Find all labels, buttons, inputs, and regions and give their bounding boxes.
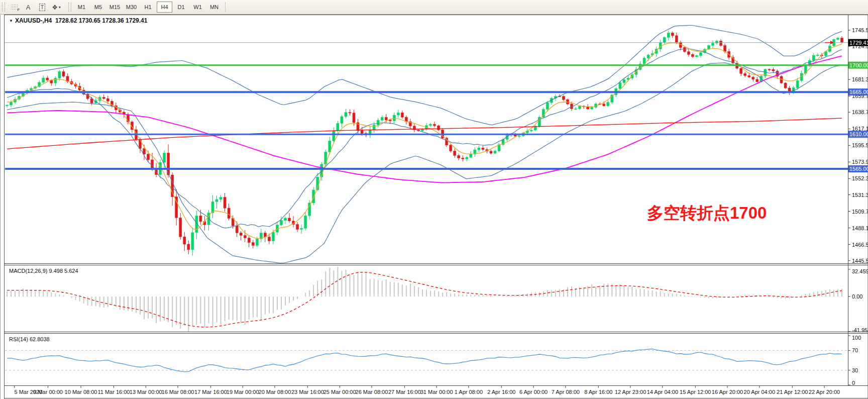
price-badge-label: 1665.00 <box>849 89 868 95</box>
timeframe-button-group: M1M5M15M30H1H4D1W1MN <box>73 2 223 13</box>
candle <box>191 233 194 250</box>
candle <box>816 55 819 55</box>
candle <box>740 68 742 73</box>
time-axis-label: 13 Mar 00:00 <box>130 389 162 395</box>
rsi-axis-label: 70 <box>852 347 858 353</box>
time-axis-label: 20 Mar 08:00 <box>259 389 291 395</box>
candle <box>248 238 250 243</box>
candle <box>695 56 698 57</box>
candle <box>288 218 291 221</box>
candle <box>42 78 45 82</box>
candle <box>712 43 714 46</box>
candle <box>772 69 775 71</box>
timeframe-button-D1[interactable]: D1 <box>173 2 189 13</box>
candle <box>663 37 666 42</box>
candle <box>147 154 150 160</box>
candle <box>720 41 722 45</box>
time-axis-label: 10 Mar 08:00 <box>65 389 97 395</box>
macd-indicator-label: MACD(12,26,9) 9.498 5.624 <box>9 268 78 274</box>
candle <box>337 123 339 131</box>
toolbar-drag-handle[interactable] <box>2 3 5 12</box>
price-tick-label: 1466.50 <box>852 242 868 248</box>
time-axis-label: 15 Apr 12:00 <box>680 389 711 395</box>
candle <box>575 109 577 109</box>
candle <box>272 232 274 241</box>
time-axis-label: 20 Apr 04:00 <box>744 389 775 395</box>
candle <box>106 98 109 101</box>
chart-annotation-text[interactable]: 多空转折点1700 <box>647 202 767 225</box>
candle <box>687 52 690 55</box>
candle <box>215 200 218 202</box>
time-axis-label: 8 Apr 16:00 <box>584 389 612 395</box>
ohlc-values: 1728.62 1730.65 1728.36 1729.41 <box>55 17 148 24</box>
time-axis-label: 16 Mar 08:00 <box>162 389 194 395</box>
text-label-icon[interactable]: T <box>36 2 48 13</box>
timeframe-button-H4[interactable]: H4 <box>157 2 172 13</box>
chart-title[interactable]: ▼XAUUSD-,H4 1728.62 1730.65 1728.36 1729… <box>9 17 147 24</box>
timeframe-button-M15[interactable]: M15 <box>107 2 123 13</box>
price-tick-label: 1745.50 <box>852 27 868 33</box>
timeframe-button-M5[interactable]: M5 <box>90 2 106 13</box>
time-axis-label: 31 Mar 00:00 <box>420 389 453 395</box>
candle <box>494 151 496 153</box>
candle <box>752 77 754 79</box>
macd-axis-label: 0.00 <box>852 293 862 300</box>
candle <box>619 82 621 88</box>
candle <box>699 53 702 56</box>
grid-dots-icon: F <box>11 4 18 11</box>
time-axis-label: 9 Mar 00:00 <box>33 389 63 395</box>
candle <box>530 130 532 131</box>
candle <box>458 155 460 158</box>
timeframe-button-H1[interactable]: H1 <box>140 2 156 13</box>
arrow-tools-icon[interactable]: ❖▾ <box>50 2 62 13</box>
candle <box>102 97 105 99</box>
toolbar-drag-handle[interactable] <box>68 3 71 12</box>
timeframe-button-M30[interactable]: M30 <box>124 2 139 13</box>
time-axis-label: 17 Mar 16:00 <box>194 389 227 395</box>
time-axis-label: 12 Apr 23:00 <box>615 389 646 395</box>
text-a-icon[interactable]: A <box>22 2 34 13</box>
price-tick-label: 1509.70 <box>852 209 868 215</box>
rsi-indicator-label: RSI(14) 62.8038 <box>9 336 50 342</box>
rsi-axis-label: 30 <box>852 367 858 373</box>
candle <box>6 105 9 106</box>
candle <box>840 38 843 43</box>
candle <box>171 175 174 197</box>
candle <box>683 48 686 52</box>
fibonacci-grid-icon[interactable]: F <box>8 2 20 13</box>
candle <box>623 79 625 82</box>
time-axis-label: 23 Mar 16:00 <box>291 389 324 395</box>
candle <box>308 203 311 216</box>
candle <box>163 153 166 163</box>
price-badge-label: 1565.00 <box>849 166 868 172</box>
candle <box>377 120 379 125</box>
candle <box>546 103 549 109</box>
candle <box>304 216 307 228</box>
macd-axis-label: 32.459 <box>852 268 868 274</box>
symbol-dropdown-icon[interactable]: ▼ <box>9 19 13 23</box>
candle <box>240 233 242 235</box>
candle <box>389 120 391 121</box>
candle <box>579 106 581 109</box>
candle <box>62 71 65 76</box>
candle <box>429 124 432 126</box>
chart-canvas[interactable]: 1745.501724.501681.301659.701638.701617.… <box>0 0 868 399</box>
chevron-down-icon: ▾ <box>59 5 61 10</box>
macd-axis-label: -41.95 <box>852 327 867 333</box>
time-axis-label: 26 Mar 08:00 <box>356 389 388 395</box>
candle <box>333 131 335 141</box>
timeframe-button-M1[interactable]: M1 <box>74 2 89 13</box>
candle <box>353 113 355 123</box>
candle <box>647 55 649 58</box>
timeframe-button-W1[interactable]: W1 <box>190 2 205 13</box>
price-tick-label: 1488.10 <box>852 225 868 231</box>
mt4-window: { "window": {"width": 1728, "height": 79… <box>0 0 868 399</box>
candle <box>179 218 182 237</box>
timeframe-button-MN[interactable]: MN <box>206 2 222 13</box>
candle <box>450 145 452 151</box>
candle <box>796 80 799 87</box>
candle <box>744 73 746 75</box>
candle <box>756 79 758 82</box>
candle <box>345 113 347 117</box>
candle <box>784 83 787 88</box>
